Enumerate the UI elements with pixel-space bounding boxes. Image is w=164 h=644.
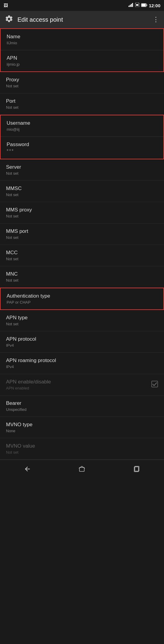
item-value-apn-enable: APN enabled (6, 386, 51, 390)
more-icon[interactable]: ⋮ (153, 16, 159, 23)
item-value-mnc: Not set (6, 278, 158, 283)
item-label-mvno-type: MVNO type (6, 422, 158, 428)
settings-item-mmsc[interactable]: MMSC Not set (0, 181, 164, 202)
item-value-auth-type: PAP or CHAP (7, 300, 157, 305)
settings-item-name[interactable]: Name IIJmio (1, 29, 163, 50)
status-time: 12:00 (149, 3, 160, 8)
settings-item-apn-roaming[interactable]: APN roaming protocol IPv4 (0, 353, 164, 374)
item-value-apn: iijmio.jp (7, 62, 157, 67)
svg-rect-10 (79, 467, 84, 471)
group-name-apn: Name IIJmio APN iijmio.jp (0, 28, 164, 72)
settings-item-password[interactable]: Password *** (1, 137, 163, 159)
item-value-server: Not set (6, 171, 158, 176)
item-label-mmsc: MMSC (6, 186, 158, 192)
item-label-proxy: Proxy (6, 77, 158, 83)
image-icon: 🖼 (4, 3, 8, 8)
settings-item-mnc[interactable]: MNC Not set (0, 266, 164, 288)
home-button[interactable] (71, 462, 92, 476)
signal-icon (128, 3, 133, 8)
item-value-username: mio@iij (7, 127, 157, 132)
settings-item-server[interactable]: Server Not set (0, 159, 164, 181)
svg-rect-1 (130, 5, 131, 7)
settings-item-mms-port[interactable]: MMS port Not set (0, 224, 164, 245)
settings-item-apn-type[interactable]: APN type Not set (0, 310, 164, 331)
settings-item-username[interactable]: Username mio@iij (1, 115, 163, 137)
item-label-mcc: MCC (6, 250, 158, 256)
item-value-bearer: Unspecified (6, 407, 158, 412)
item-value-mcc: Not set (6, 257, 158, 261)
svg-rect-3 (132, 3, 133, 7)
recent-button[interactable] (126, 462, 147, 476)
toolbar-title: Edit access point (17, 16, 148, 23)
item-label-name: Name (7, 34, 157, 40)
item-label-apn-roaming: APN roaming protocol (6, 358, 158, 364)
item-value-mvno-value: Not set (6, 450, 158, 455)
settings-item-mms-proxy[interactable]: MMS proxy Not set (0, 202, 164, 224)
status-bar-right: 12:00 (128, 3, 160, 8)
item-label-bearer: Bearer (6, 400, 158, 406)
item-value-mmsc: Not set (6, 192, 158, 197)
nav-bar (0, 460, 164, 478)
item-label-mvno-value: MVNO value (6, 443, 158, 449)
settings-item-proxy[interactable]: Proxy Not set (0, 72, 164, 93)
item-value-apn-protocol: IPv4 (6, 343, 158, 348)
settings-item-mvno-type[interactable]: MVNO type None (0, 417, 164, 438)
item-value-mms-port: Not set (6, 235, 158, 240)
item-label-mnc: MNC (6, 271, 158, 277)
settings-item-mvno-value: MVNO value Not set (0, 438, 164, 460)
item-label-apn-protocol: APN protocol (6, 336, 158, 342)
svg-rect-8 (147, 5, 147, 6)
group-auth-type: Authentication type PAP or CHAP (0, 288, 164, 310)
settings-item-apn[interactable]: APN iijmio.jp (1, 50, 163, 71)
item-label-mms-port: MMS port (6, 228, 158, 234)
sim-icon (135, 3, 139, 8)
item-label-password: Password (7, 142, 157, 148)
svg-rect-5 (136, 4, 138, 6)
item-label-apn-enable: APN enable/disable (6, 379, 51, 385)
item-label-port: Port (6, 98, 158, 104)
group-user-pass: Username mio@iij Password *** (0, 115, 164, 159)
status-bar: 🖼 12:00 (0, 0, 164, 11)
status-bar-left: 🖼 (4, 3, 8, 8)
settings-item-auth-type[interactable]: Authentication type PAP or CHAP (1, 288, 163, 309)
gear-icon (5, 15, 13, 24)
item-label-username: Username (7, 120, 157, 126)
item-label-apn: APN (7, 55, 157, 61)
item-value-proxy: Not set (6, 84, 158, 88)
svg-rect-7 (141, 4, 146, 7)
back-button[interactable] (17, 462, 38, 476)
settings-item-mcc[interactable]: MCC Not set (0, 245, 164, 266)
item-value-mms-proxy: Not set (6, 214, 158, 218)
item-value-port: Not set (6, 105, 158, 110)
item-label-apn-type: APN type (6, 315, 158, 321)
item-label-auth-type: Authentication type (7, 293, 157, 299)
item-value-apn-roaming: IPv4 (6, 364, 158, 369)
settings-item-apn-enable: APN enable/disable APN enabled (0, 374, 164, 395)
item-value-password: *** (7, 148, 157, 154)
item-value-mvno-type: None (6, 429, 158, 433)
item-value-apn-type: Not set (6, 322, 158, 326)
settings-list: Name IIJmio APN iijmio.jp Proxy Not set … (0, 28, 164, 460)
settings-item-apn-protocol[interactable]: APN protocol IPv4 (0, 331, 164, 353)
item-label-server: Server (6, 164, 158, 170)
toolbar: Edit access point ⋮ (0, 11, 164, 28)
checkbox-icon (151, 381, 158, 389)
svg-rect-2 (131, 4, 132, 7)
item-value-name: IIJmio (7, 41, 157, 45)
settings-item-port[interactable]: Port Not set (0, 93, 164, 115)
battery-icon (141, 3, 147, 8)
settings-item-bearer[interactable]: Bearer Unspecified (0, 395, 164, 417)
svg-rect-0 (128, 6, 129, 7)
item-label-mms-proxy: MMS proxy (6, 207, 158, 213)
